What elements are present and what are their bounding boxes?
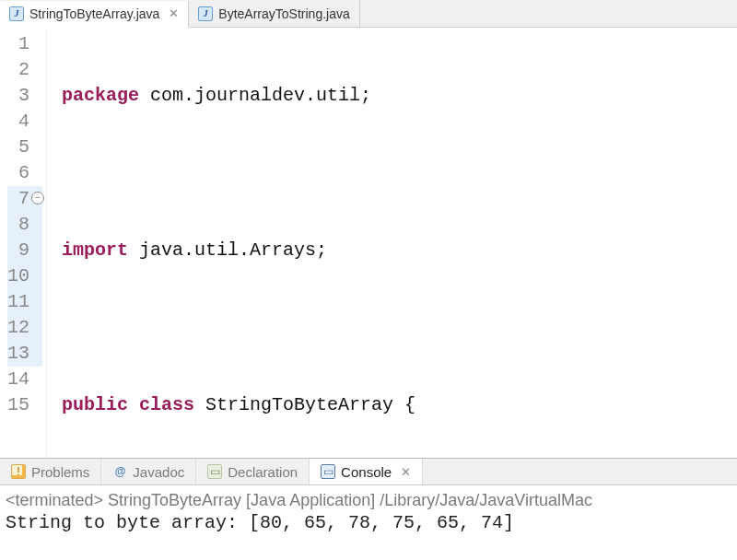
problems-icon: ! [11, 464, 26, 479]
line-number: 9 [7, 238, 42, 263]
java-file-icon: J [9, 6, 24, 21]
console-icon: ▭ [321, 464, 335, 479]
console-view: <terminated> StringToByteArray [Java App… [0, 485, 737, 539]
tab-label: Console [341, 464, 392, 480]
tab-label: ByteArrayToString.java [218, 6, 349, 21]
tab-problems[interactable]: ! Problems [0, 459, 101, 484]
line-number: 3 [7, 83, 42, 109]
line-number: 4 [7, 109, 42, 134]
tab-label: Problems [31, 464, 89, 480]
tab-declaration[interactable]: ▭ Declaration [196, 459, 310, 484]
line-number: 1 [7, 31, 42, 57]
line-number: 15 [7, 392, 42, 418]
line-number: 12 [7, 315, 42, 341]
line-number: 7− [7, 186, 42, 212]
code-content[interactable]: package com.journaldev.util; import java… [47, 28, 637, 458]
tab-stringtobytearray[interactable]: J StringToByteArray.java ✕ [0, 1, 189, 28]
console-output: String to byte array: [80, 65, 78, 75, 6… [6, 512, 731, 533]
tab-console[interactable]: ▭ Console ✕ [310, 459, 423, 484]
line-number: 6 [7, 160, 42, 186]
line-number: 8 [7, 212, 42, 238]
close-icon[interactable]: ✕ [169, 6, 179, 20]
views-tabs: ! Problems @ Javadoc ▭ Declaration ▭ Con… [0, 458, 737, 485]
tab-javadoc[interactable]: @ Javadoc [101, 459, 196, 484]
line-number: 11 [7, 289, 42, 315]
tab-label: Javadoc [133, 464, 184, 480]
line-gutter: 1 2 3 4 5 6 7− 8 9 10 11 12 13 14 15 [0, 28, 47, 458]
declaration-icon: ▭ [207, 464, 222, 479]
javadoc-icon: @ [112, 464, 127, 479]
line-number: 13 [7, 341, 42, 367]
editor-tabs: J StringToByteArray.java ✕ J ByteArrayTo… [0, 0, 737, 28]
java-file-icon: J [198, 6, 213, 21]
line-number: 2 [7, 57, 42, 83]
code-editor[interactable]: 1 2 3 4 5 6 7− 8 9 10 11 12 13 14 15 pac… [0, 28, 737, 458]
close-icon[interactable]: ✕ [401, 465, 411, 479]
tab-label: Declaration [228, 464, 298, 480]
fold-icon[interactable]: − [31, 192, 44, 204]
console-status: <terminated> StringToByteArray [Java App… [6, 491, 731, 510]
line-number: 5 [7, 134, 42, 160]
tab-label: StringToByteArray.java [29, 6, 159, 21]
line-number: 10 [7, 263, 42, 289]
tab-bytearraytostring[interactable]: J ByteArrayToString.java [189, 0, 359, 27]
line-number: 14 [7, 367, 42, 392]
